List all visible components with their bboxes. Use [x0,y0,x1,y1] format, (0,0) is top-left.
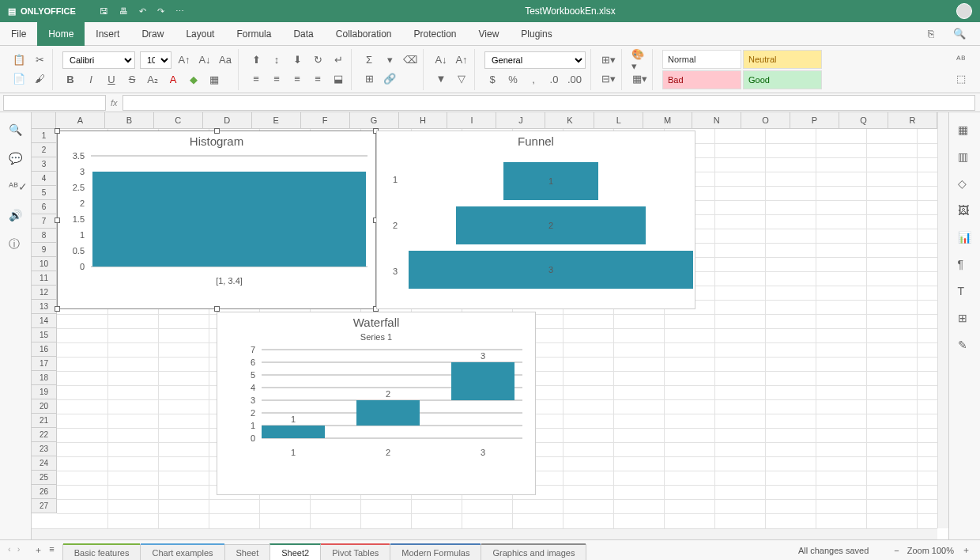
replace-icon[interactable]: ᴬᴮ [953,52,969,68]
select-all-icon[interactable]: ⬚ [953,71,969,87]
justify-icon[interactable]: ≡ [310,71,326,87]
row-header[interactable]: 25 [32,471,56,485]
zoom-in-icon[interactable]: ＋ [962,544,971,556]
named-range-icon[interactable]: ⊞ [361,71,377,87]
align-bottom-icon[interactable]: ⬇ [289,52,305,68]
menu-layout[interactable]: Layout [175,22,225,46]
strikethrough-icon[interactable]: S [124,72,140,88]
align-middle-icon[interactable]: ↕ [269,52,285,68]
signature-icon[interactable]: ✎ [958,339,972,353]
menu-home[interactable]: Home [37,22,85,46]
find-icon[interactable]: 🔍 [9,123,23,138]
cell-settings-icon[interactable]: ▦ [958,123,972,138]
style-neutral[interactable]: Neutral [743,50,822,69]
style-good[interactable]: Good [743,70,822,89]
row-header[interactable]: 13 [32,300,56,314]
horizontal-scrollbar[interactable] [32,528,937,539]
menu-file[interactable]: File [0,22,37,46]
row-header[interactable]: 26 [32,485,56,499]
sheet-area[interactable]: A B C D E F G H I J K L M N O P Q R 1234… [32,112,948,539]
row-header[interactable]: 16 [32,342,56,357]
comma-icon[interactable]: , [526,72,541,88]
menu-collaboration[interactable]: Collaboration [325,22,403,46]
orientation-icon[interactable]: ↻ [310,52,326,68]
col-header[interactable]: M [643,112,692,128]
row-header[interactable]: 6 [32,200,56,214]
align-center-icon[interactable]: ≡ [269,71,285,87]
filter-icon[interactable]: ▼ [433,71,449,87]
style-normal[interactable]: Normal [662,50,741,69]
col-header[interactable]: R [888,112,937,128]
col-header[interactable]: Q [839,112,888,128]
spellcheck-icon[interactable]: ᴬᴮ✓ [9,180,23,195]
table-settings-icon[interactable]: ▥ [958,150,972,165]
textart-icon[interactable]: T [958,285,972,299]
table-format-icon[interactable]: ▦▾ [631,71,647,87]
insert-cells-icon[interactable]: ⊞▾ [601,52,616,68]
sum-icon[interactable]: Σ [361,52,377,68]
bold-icon[interactable]: B [62,72,78,88]
row-header[interactable]: 20 [32,399,56,414]
image-settings-icon[interactable]: 🖼 [958,204,972,218]
row-header[interactable]: 5 [32,186,56,200]
row-header[interactable]: 11 [32,271,56,286]
row-header[interactable]: 7 [32,214,56,229]
row-header[interactable]: 3 [32,157,56,172]
row-header[interactable]: 1 [32,129,56,143]
menu-insert[interactable]: Insert [85,22,130,46]
link-icon[interactable]: 🔗 [382,71,398,87]
tab-pivot[interactable]: Pivot Tables [320,544,390,561]
font-color-icon[interactable]: A [165,72,181,88]
chart-waterfall[interactable]: Waterfall Series 1 7 6 5 4 3 2 [217,312,536,495]
copy-icon[interactable]: 📋 [11,52,27,68]
name-box[interactable] [3,95,106,111]
increase-font-icon[interactable]: A↑ [176,52,192,68]
col-header[interactable]: F [301,112,350,128]
paste-icon[interactable]: 📄 [11,71,27,87]
row-header[interactable]: 2 [32,143,56,157]
cut-icon[interactable]: ✂ [32,52,47,68]
sort-desc-icon[interactable]: A↑ [454,52,469,68]
tab-graphics[interactable]: Graphics and images [481,544,586,561]
conditional-format-icon[interactable]: 🎨▾ [631,52,647,68]
align-left-icon[interactable]: ≡ [248,71,264,87]
style-bad[interactable]: Bad [662,70,741,89]
sort-asc-icon[interactable]: A↓ [433,52,449,68]
row-header[interactable]: 8 [32,229,56,243]
next-sheet-icon[interactable]: › [17,544,21,556]
prev-sheet-icon[interactable]: ‹ [8,544,11,556]
chart-histogram[interactable]: Histogram 3.5 3 2.5 2 1.5 1 0.5 0 [1, 3.… [57,131,376,309]
col-header[interactable]: N [692,112,741,128]
row-header[interactable]: 14 [32,314,56,328]
shape-settings-icon[interactable]: ◇ [958,177,972,191]
formula-input[interactable] [122,95,975,111]
print-icon[interactable]: 🖶 [119,6,128,16]
row-header[interactable]: 22 [32,428,56,442]
about-icon[interactable]: ⓘ [9,237,23,252]
row-header[interactable]: 27 [32,499,56,513]
sheet-list-icon[interactable]: ≡ [49,544,54,556]
col-header[interactable]: P [790,112,839,128]
tab-sheet[interactable]: Sheet [224,544,271,561]
col-header[interactable]: J [496,112,545,128]
italic-icon[interactable]: I [83,72,99,88]
row-header[interactable]: 4 [32,172,56,186]
align-top-icon[interactable]: ⬆ [248,52,264,68]
zoom-out-icon[interactable]: − [894,546,899,555]
col-header[interactable]: O [741,112,790,128]
chart-funnel[interactable]: Funnel 1 1 2 2 3 3 [376,131,695,309]
feedback-icon[interactable]: 🔊 [9,209,23,223]
borders-icon[interactable]: ▦ [206,72,222,88]
row-header[interactable]: 24 [32,456,56,471]
pivot-icon[interactable]: ⊞ [958,312,972,326]
add-sheet-icon[interactable]: ＋ [34,544,43,556]
redo-icon[interactable]: ↷ [157,6,164,17]
menu-draw[interactable]: Draw [130,22,175,46]
increase-decimal-icon[interactable]: .00 [567,72,582,88]
col-header[interactable]: I [447,112,496,128]
menu-protection[interactable]: Protection [403,22,468,46]
fill-color-icon[interactable]: ◆ [186,72,202,88]
tab-chart-examples[interactable]: Chart examples [140,544,224,561]
row-header[interactable]: 10 [32,257,56,271]
col-header[interactable]: H [399,112,448,128]
